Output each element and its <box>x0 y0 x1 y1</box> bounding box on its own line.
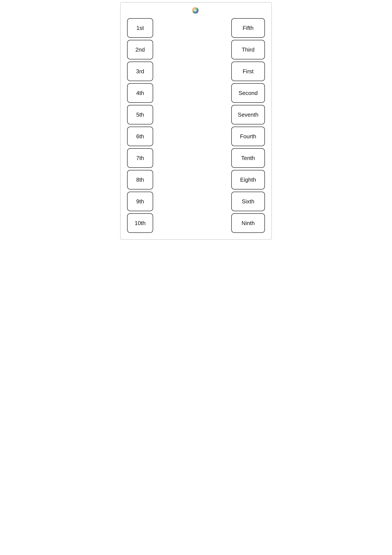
left-item-1: 1st <box>127 18 153 38</box>
left-item-7: 7th <box>127 148 153 168</box>
content-area: 1st2nd3rd4th5th6th7th8th9th10th FifthThi… <box>127 18 265 233</box>
right-item-1: Fifth <box>231 18 265 38</box>
svg-line-2 <box>153 28 231 71</box>
header <box>127 7 265 14</box>
left-item-6: 6th <box>127 127 153 146</box>
left-item-8: 8th <box>127 170 153 190</box>
right-item-7: Tenth <box>231 148 265 168</box>
right-item-8: Eighth <box>231 170 265 190</box>
left-item-5: 5th <box>127 105 153 124</box>
right-item-2: Third <box>231 40 265 59</box>
right-item-5: Seventh <box>231 105 265 124</box>
worksheet-page: 1st2nd3rd4th5th6th7th8th9th10th FifthThi… <box>120 2 272 240</box>
left-item-10: 10th <box>127 213 153 233</box>
svg-point-1 <box>194 9 197 12</box>
left-item-2: 2nd <box>127 40 153 59</box>
left-item-3: 3rd <box>127 62 153 81</box>
logo-area <box>127 7 265 14</box>
right-item-3: First <box>231 62 265 81</box>
right-item-4: Second <box>231 83 265 103</box>
right-item-10: Ninth <box>231 213 265 233</box>
left-item-9: 9th <box>127 192 153 211</box>
logo-icon <box>192 7 199 14</box>
right-column: FifthThirdFirstSecondSeventhFourthTenthE… <box>231 18 265 233</box>
left-column: 1st2nd3rd4th5th6th7th8th9th10th <box>127 18 153 233</box>
right-item-9: Sixth <box>231 192 265 211</box>
left-item-4: 4th <box>127 83 153 103</box>
right-item-6: Fourth <box>231 127 265 146</box>
